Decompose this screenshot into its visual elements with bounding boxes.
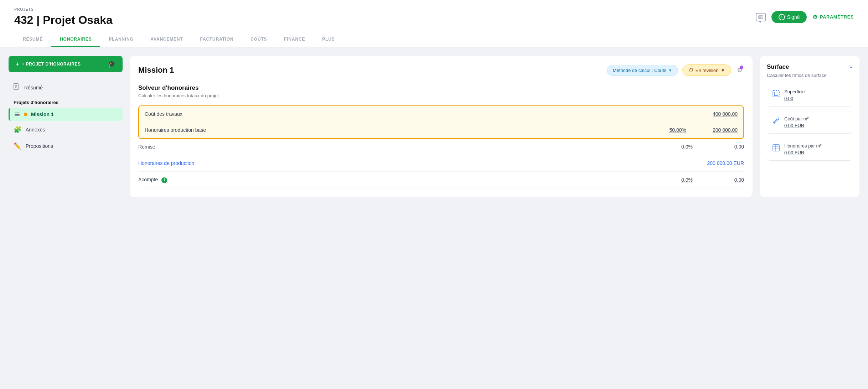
document-icon: [14, 83, 20, 92]
remise-label: Remise: [138, 144, 664, 150]
corner-icon: [772, 90, 780, 99]
remise-value[interactable]: 0.00: [701, 144, 744, 150]
table-icon: [772, 144, 780, 154]
row-acompte: Acompte i 0.0% 0.00: [138, 171, 744, 188]
tab-planning[interactable]: PLANNING: [100, 32, 142, 47]
svg-point-8: [774, 122, 775, 123]
honoraires-m2-value[interactable]: 0.00 EUR: [784, 150, 847, 155]
new-project-button[interactable]: + + PROJET D'HONORAIRES 🎓: [9, 56, 123, 72]
row-prod-base: Honoraires production base 50.00% 200 00…: [139, 122, 743, 138]
calcul-method-button[interactable]: Méthode de calcul : Coûts ▼: [607, 65, 678, 76]
sidebar-item-propositions[interactable]: ✏️ Propositions: [9, 139, 123, 154]
solveur-subtitle: Calculer les honoraires totaux du projet: [138, 93, 744, 98]
superficie-card: Superficie 0.00: [767, 84, 852, 107]
mission-label: Mission 1: [31, 111, 54, 117]
chat-icon[interactable]: [756, 13, 766, 21]
gear-icon: ⚙: [812, 14, 818, 20]
clock-icon: ⏱: [688, 67, 693, 73]
prod-base-pct[interactable]: 50.00%: [658, 127, 686, 133]
svg-rect-7: [773, 90, 779, 97]
sidebar-item-annexes[interactable]: 🧩 Annexes: [9, 122, 123, 137]
annexes-label: Annexes: [26, 127, 45, 133]
main-layout: + + PROJET D'HONORAIRES 🎓 Résumé Projets…: [0, 47, 868, 206]
mission-actions: Méthode de calcul : Coûts ▼ ⏱ En révisio…: [607, 64, 744, 76]
propositions-label: Propositions: [26, 143, 53, 149]
nav-tabs: RÉSUMÉ HONORAIRES PLANNING AVANCEMENT FA…: [14, 32, 854, 47]
cout-m2-value[interactable]: 0.00 EUR: [784, 123, 847, 128]
params-button[interactable]: ⚙ PARAMÈTRES: [812, 14, 854, 20]
revision-button[interactable]: ⏱ En révision ▼: [682, 64, 731, 76]
production-value: 200 000.00 EUR: [701, 160, 744, 166]
check-circle-icon: ✓: [779, 14, 785, 20]
prod-base-label: Honoraires production base: [145, 127, 658, 133]
revision-label: En révision: [696, 68, 718, 73]
travaux-label: Coût des travaux: [145, 111, 695, 117]
sidebar: + + PROJET D'HONORAIRES 🎓 Résumé Projets…: [9, 56, 123, 197]
header-left: PROJETS 432 | Projet Osaka: [14, 7, 113, 27]
menu-icon: [15, 113, 20, 116]
acompte-label: Acompte i: [138, 177, 664, 183]
mission-title: Mission 1: [138, 66, 174, 75]
tab-avancement[interactable]: AVANCEMENT: [142, 32, 192, 47]
mission-status-dot: [24, 113, 27, 116]
prod-base-value[interactable]: 200 000.00: [695, 127, 738, 133]
sidebar-item-resume[interactable]: Résumé: [9, 79, 123, 95]
highlighted-section: Coût des travaux 400 000.00 Honoraires p…: [138, 105, 744, 139]
chevron-down-icon: ▼: [668, 68, 672, 72]
sidebar-item-mission1[interactable]: Mission 1: [9, 108, 123, 121]
mission-header: Mission 1 Méthode de calcul : Coûts ▼ ⏱ …: [138, 64, 744, 76]
diploma-icon: 🎓: [108, 60, 115, 68]
info-icon[interactable]: i: [161, 177, 167, 183]
chevron-down-icon-revision: ▼: [720, 68, 725, 73]
gear-wrapper: ⚙: [735, 65, 744, 76]
row-travaux: Coût des travaux 400 000.00: [139, 106, 743, 122]
svg-rect-0: [759, 16, 763, 19]
tab-finance[interactable]: FINANCE: [275, 32, 314, 47]
sidebar-resume-label: Résumé: [24, 85, 43, 90]
wave-icon[interactable]: ≈: [849, 63, 852, 71]
tab-facturation[interactable]: FACTURATION: [191, 32, 242, 47]
cout-m2-card: Coût par m² 0.00 EUR: [767, 111, 852, 134]
breadcrumb: PROJETS: [14, 7, 113, 11]
solveur-title: Solveur d'honoraires: [138, 84, 744, 92]
travaux-value[interactable]: 400 000.00: [695, 111, 738, 117]
acompte-value[interactable]: 0.00: [701, 177, 744, 183]
puzzle-icon: 🧩: [14, 126, 21, 134]
honoraires-m2-card: Honoraires par m² 0.00 EUR: [767, 138, 852, 161]
signed-button[interactable]: ✓ Signé: [771, 11, 807, 23]
tab-couts[interactable]: COÛTS: [242, 32, 275, 47]
surface-title: Surface: [767, 63, 789, 71]
header: PROJETS 432 | Projet Osaka ✓ Signé ⚙ PAR…: [0, 0, 868, 47]
honoraires-m2-label: Honoraires par m²: [784, 143, 847, 149]
tab-honoraires[interactable]: HONORAIRES: [51, 32, 100, 47]
purple-notification-dot: [740, 66, 743, 69]
sidebar-projects-title: Projets d'honoraires: [9, 97, 123, 108]
remise-pct[interactable]: 0.0%: [664, 144, 693, 150]
plus-icon: +: [16, 61, 19, 67]
superficie-value[interactable]: 0.00: [784, 96, 847, 101]
surface-subtitle: Calculer les ratios de surface: [767, 73, 852, 78]
calcul-label: Méthode de calcul : Coûts: [613, 68, 666, 73]
cout-m2-label: Coût par m²: [784, 116, 847, 121]
wrench-icon: [772, 117, 780, 126]
superficie-label: Superficie: [784, 89, 847, 94]
surface-panel-header: Surface ≈: [767, 63, 852, 71]
tab-resume[interactable]: RÉSUMÉ: [14, 32, 51, 47]
svg-rect-9: [773, 145, 779, 151]
header-actions: ✓ Signé ⚙ PARAMÈTRES: [756, 11, 854, 23]
row-remise: Remise 0.0% 0.00: [138, 139, 744, 155]
project-title: 432 | Projet Osaka: [14, 14, 113, 27]
production-label[interactable]: Honoraires de production: [138, 160, 701, 166]
tab-plus[interactable]: PLUS: [314, 32, 343, 47]
acompte-pct[interactable]: 0.0%: [664, 177, 693, 183]
main-card: Mission 1 Méthode de calcul : Coûts ▼ ⏱ …: [130, 56, 753, 197]
surface-panel: Surface ≈ Calculer les ratios de surface…: [760, 56, 859, 197]
content-area: Mission 1 Méthode de calcul : Coûts ▼ ⏱ …: [130, 56, 859, 197]
pencil-icon: ✏️: [14, 142, 21, 150]
row-production: Honoraires de production 200 000.00 EUR: [138, 155, 744, 171]
